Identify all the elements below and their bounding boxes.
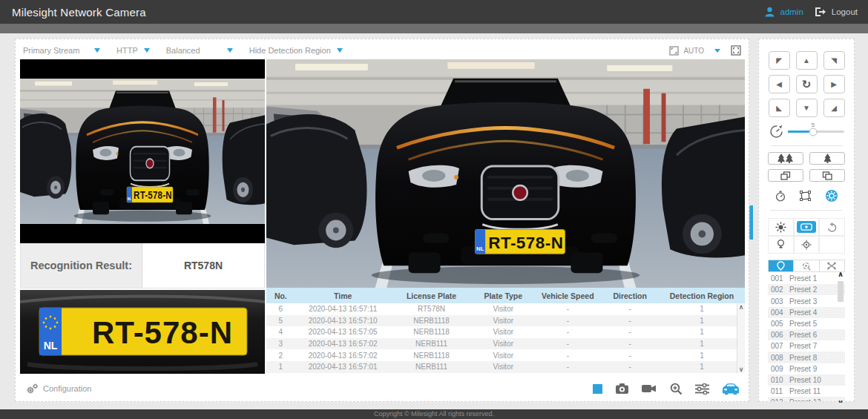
scrollbar-thumb[interactable] xyxy=(838,281,844,302)
protocol-select[interactable]: HTTP xyxy=(116,46,150,55)
empty-cell xyxy=(819,236,845,254)
ptz-pad: ◤ ▲ ◥ ◀ ↻ ▶ ◣ ▼ ◢ xyxy=(769,51,845,117)
tab-patrol[interactable] xyxy=(793,260,818,271)
ratio-select[interactable]: AUTO xyxy=(683,47,704,55)
preset-item[interactable]: 010 Preset 10 xyxy=(768,375,845,386)
table-row[interactable]: 2 2020-04-13 16:57:02 NERB1118 Visitor -… xyxy=(266,349,745,361)
preset-item[interactable]: 006 Preset 6 xyxy=(768,329,845,340)
preset-item[interactable]: 001 Preset 1 xyxy=(768,273,845,284)
preset-item[interactable]: 004 Preset 4 xyxy=(768,307,845,318)
recognition-result-bar: Recognition Result: RT578N xyxy=(20,243,265,288)
white-led-button[interactable] xyxy=(768,236,794,254)
pan-up-button[interactable]: ▲ xyxy=(796,51,818,70)
ptz-speed-slider[interactable]: 5 xyxy=(788,131,844,133)
chevron-down-icon xyxy=(144,48,150,53)
preview-video-frame xyxy=(20,79,265,224)
gears-icon xyxy=(26,383,39,395)
table-row[interactable]: 5 2020-04-13 16:57:10 NERB1118 Visitor -… xyxy=(266,315,745,327)
timer-icon[interactable] xyxy=(775,191,786,202)
preset-tabs xyxy=(768,260,845,272)
pan-right-button[interactable]: ▶ xyxy=(823,75,845,93)
snapshot-icon[interactable] xyxy=(615,383,629,395)
preset-scrollbar[interactable]: ∧ ∨ xyxy=(837,271,844,406)
frame-region-icon[interactable] xyxy=(800,191,811,201)
detection-region-select[interactable]: Hide Detection Region xyxy=(249,46,343,55)
page-gutter xyxy=(0,403,868,409)
pan-up-right-button[interactable]: ◥ xyxy=(823,51,845,70)
preset-item[interactable]: 002 Preset 2 xyxy=(768,284,845,295)
balance-select[interactable]: Balanced xyxy=(166,46,233,55)
app-header: Milesight Network Camera admin Logout xyxy=(0,0,868,24)
table-row[interactable]: 4 2020-04-13 16:57:05 NERB1118 Visitor -… xyxy=(266,326,745,338)
pan-left-button[interactable]: ◀ xyxy=(769,75,790,93)
app-title: Milesight Network Camera xyxy=(12,6,146,19)
preset-item[interactable]: 003 Preset 3 xyxy=(768,295,845,306)
pan-down-left-button[interactable]: ◣ xyxy=(769,99,790,117)
adjustments-icon[interactable] xyxy=(695,383,709,395)
ir-light-button-cell xyxy=(794,218,820,236)
table-body: 6 2020-04-13 16:57:11 RT578N Visitor - -… xyxy=(266,303,745,373)
chevron-down-icon[interactable] xyxy=(714,49,720,53)
zoom-in-icon[interactable] xyxy=(670,383,683,395)
aspect-ratio-icon[interactable] xyxy=(669,46,679,56)
preset-list: 001 Preset 1 002 Preset 2 003 xyxy=(768,273,845,401)
divider xyxy=(771,210,842,211)
ptz-speed-icon xyxy=(769,125,783,139)
ptz-control-panel: ◤ ▲ ◥ ◀ ↻ ▶ ◣ ▼ ◢ 5 xyxy=(758,39,855,402)
lpr-log-table: No. Time License Plate Plate Type Vehicl… xyxy=(266,288,745,373)
stop-stream-button[interactable] xyxy=(593,384,602,394)
stream-select[interactable]: Primary Stream xyxy=(23,46,100,55)
pan-down-right-button[interactable]: ◢ xyxy=(823,99,845,117)
tab-preset[interactable] xyxy=(769,260,793,271)
sidebar-collapse-handle[interactable] xyxy=(749,205,753,240)
scroll-down-icon[interactable]: ∨ xyxy=(739,366,744,372)
secondary-stream-preview[interactable] xyxy=(20,59,265,243)
user-icon xyxy=(765,7,775,17)
brightness-button[interactable] xyxy=(768,218,794,236)
chevron-down-icon xyxy=(227,48,233,53)
preset-item[interactable]: 005 Preset 5 xyxy=(768,318,845,329)
table-row[interactable]: 6 2020-04-13 16:57:11 RT578N Visitor - -… xyxy=(266,303,745,315)
live-view-panel: Primary Stream HTTP Balanced Hide Detect… xyxy=(15,39,749,402)
logout-button[interactable]: Logout xyxy=(832,7,858,16)
preset-item[interactable]: 007 Preset 7 xyxy=(768,340,845,352)
focus-near-button[interactable] xyxy=(809,169,845,182)
footer: Copyright © Milesight All rights reserve… xyxy=(0,409,868,419)
recognition-result-value: RT578N xyxy=(142,243,264,288)
preset-item[interactable]: 009 Preset 9 xyxy=(768,363,845,375)
table-scrollbar[interactable]: ∧ ∨ xyxy=(737,303,745,373)
pan-up-left-button[interactable]: ◤ xyxy=(769,51,790,70)
table-row[interactable]: 3 2020-04-13 16:57:02 NERB111 Visitor - … xyxy=(266,338,745,350)
zoom-in-tele-button[interactable] xyxy=(809,152,845,165)
logout-icon[interactable] xyxy=(815,7,826,17)
focus-far-button[interactable] xyxy=(768,169,803,182)
chevron-down-icon xyxy=(94,48,100,53)
pan-down-button[interactable]: ▼ xyxy=(796,99,818,117)
zoom-out-button[interactable] xyxy=(768,152,803,165)
main-video-stream[interactable] xyxy=(266,59,745,288)
table-row[interactable]: 1 2020-04-13 16:57:01 NERB111 Visitor - … xyxy=(266,361,745,373)
slider-thumb[interactable] xyxy=(809,128,817,136)
lpr-car-icon[interactable] xyxy=(722,383,740,395)
chevron-down-icon xyxy=(337,48,343,53)
settings-gear-icon[interactable] xyxy=(826,190,838,202)
record-icon[interactable] xyxy=(642,383,657,394)
auto-focus-button[interactable] xyxy=(794,236,820,254)
preset-item[interactable]: 011 Preset 11 xyxy=(768,386,845,397)
power-button[interactable] xyxy=(819,218,845,236)
fullscreen-icon[interactable] xyxy=(731,45,741,56)
divider xyxy=(771,145,842,146)
configuration-link[interactable]: Configuration xyxy=(26,383,91,395)
preset-item[interactable]: 012 Preset 12 xyxy=(768,397,845,401)
light-control-grid xyxy=(768,218,845,254)
plate-snapshot-image: NL RT-578-N xyxy=(20,290,265,374)
auto-scan-button[interactable]: ↻ xyxy=(796,75,818,93)
ir-light-button[interactable] xyxy=(797,221,816,233)
plate-number-text: RT-578-N xyxy=(92,315,233,350)
plate-country-code: NL xyxy=(44,340,58,352)
preset-item[interactable]: 008 Preset 8 xyxy=(768,352,845,363)
scroll-up-icon[interactable]: ∧ xyxy=(838,271,844,278)
header-substrip xyxy=(0,24,868,33)
scroll-up-icon[interactable]: ∧ xyxy=(739,304,744,310)
username-label[interactable]: admin xyxy=(780,7,803,16)
